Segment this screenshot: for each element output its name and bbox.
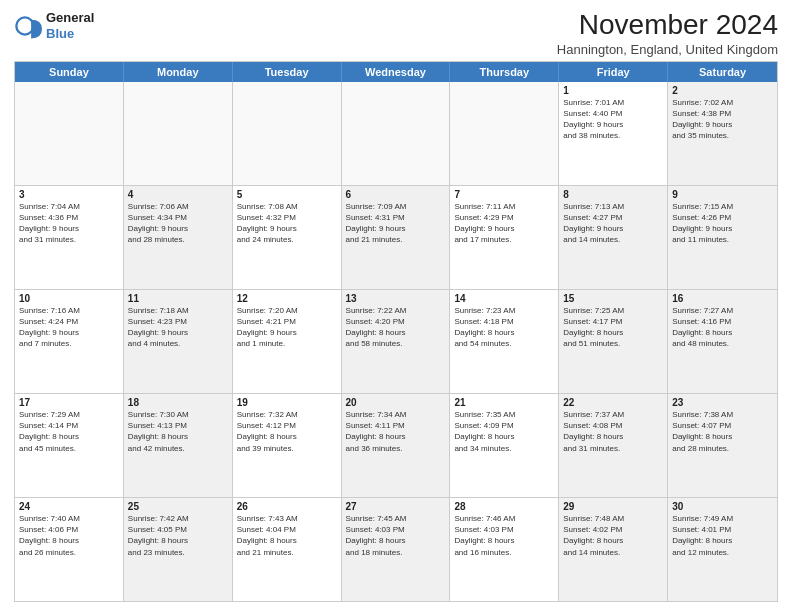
day-number-11: 11 bbox=[128, 293, 228, 304]
day-number-2: 2 bbox=[672, 85, 773, 96]
day-cell-25: 25Sunrise: 7:42 AM Sunset: 4:05 PM Dayli… bbox=[124, 498, 233, 601]
day-number-24: 24 bbox=[19, 501, 119, 512]
day-number-21: 21 bbox=[454, 397, 554, 408]
day-number-22: 22 bbox=[563, 397, 663, 408]
day-cell-20: 20Sunrise: 7:34 AM Sunset: 4:11 PM Dayli… bbox=[342, 394, 451, 497]
month-title: November 2024 bbox=[557, 10, 778, 41]
day-number-10: 10 bbox=[19, 293, 119, 304]
header-day-tuesday: Tuesday bbox=[233, 62, 342, 82]
header-day-saturday: Saturday bbox=[668, 62, 777, 82]
day-cell-15: 15Sunrise: 7:25 AM Sunset: 4:17 PM Dayli… bbox=[559, 290, 668, 393]
day-cell-14: 14Sunrise: 7:23 AM Sunset: 4:18 PM Dayli… bbox=[450, 290, 559, 393]
day-info-23: Sunrise: 7:38 AM Sunset: 4:07 PM Dayligh… bbox=[672, 409, 773, 454]
day-number-12: 12 bbox=[237, 293, 337, 304]
day-info-21: Sunrise: 7:35 AM Sunset: 4:09 PM Dayligh… bbox=[454, 409, 554, 454]
day-cell-12: 12Sunrise: 7:20 AM Sunset: 4:21 PM Dayli… bbox=[233, 290, 342, 393]
day-info-12: Sunrise: 7:20 AM Sunset: 4:21 PM Dayligh… bbox=[237, 305, 337, 350]
day-cell-24: 24Sunrise: 7:40 AM Sunset: 4:06 PM Dayli… bbox=[15, 498, 124, 601]
day-info-30: Sunrise: 7:49 AM Sunset: 4:01 PM Dayligh… bbox=[672, 513, 773, 558]
day-number-28: 28 bbox=[454, 501, 554, 512]
day-cell-27: 27Sunrise: 7:45 AM Sunset: 4:03 PM Dayli… bbox=[342, 498, 451, 601]
day-info-13: Sunrise: 7:22 AM Sunset: 4:20 PM Dayligh… bbox=[346, 305, 446, 350]
day-cell-3: 3Sunrise: 7:04 AM Sunset: 4:36 PM Daylig… bbox=[15, 186, 124, 289]
empty-cell-0-4 bbox=[450, 82, 559, 185]
day-info-1: Sunrise: 7:01 AM Sunset: 4:40 PM Dayligh… bbox=[563, 97, 663, 142]
day-info-10: Sunrise: 7:16 AM Sunset: 4:24 PM Dayligh… bbox=[19, 305, 119, 350]
day-info-17: Sunrise: 7:29 AM Sunset: 4:14 PM Dayligh… bbox=[19, 409, 119, 454]
day-number-25: 25 bbox=[128, 501, 228, 512]
day-number-26: 26 bbox=[237, 501, 337, 512]
day-info-2: Sunrise: 7:02 AM Sunset: 4:38 PM Dayligh… bbox=[672, 97, 773, 142]
day-number-14: 14 bbox=[454, 293, 554, 304]
day-number-30: 30 bbox=[672, 501, 773, 512]
page: General Blue November 2024 Hannington, E… bbox=[0, 0, 792, 612]
day-info-9: Sunrise: 7:15 AM Sunset: 4:26 PM Dayligh… bbox=[672, 201, 773, 246]
day-info-27: Sunrise: 7:45 AM Sunset: 4:03 PM Dayligh… bbox=[346, 513, 446, 558]
title-area: November 2024 Hannington, England, Unite… bbox=[557, 10, 778, 57]
day-info-29: Sunrise: 7:48 AM Sunset: 4:02 PM Dayligh… bbox=[563, 513, 663, 558]
day-cell-28: 28Sunrise: 7:46 AM Sunset: 4:03 PM Dayli… bbox=[450, 498, 559, 601]
day-info-14: Sunrise: 7:23 AM Sunset: 4:18 PM Dayligh… bbox=[454, 305, 554, 350]
empty-cell-0-0 bbox=[15, 82, 124, 185]
day-cell-8: 8Sunrise: 7:13 AM Sunset: 4:27 PM Daylig… bbox=[559, 186, 668, 289]
day-cell-17: 17Sunrise: 7:29 AM Sunset: 4:14 PM Dayli… bbox=[15, 394, 124, 497]
day-info-16: Sunrise: 7:27 AM Sunset: 4:16 PM Dayligh… bbox=[672, 305, 773, 350]
calendar-row-4: 17Sunrise: 7:29 AM Sunset: 4:14 PM Dayli… bbox=[15, 393, 777, 497]
day-number-15: 15 bbox=[563, 293, 663, 304]
day-cell-9: 9Sunrise: 7:15 AM Sunset: 4:26 PM Daylig… bbox=[668, 186, 777, 289]
calendar-row-3: 10Sunrise: 7:16 AM Sunset: 4:24 PM Dayli… bbox=[15, 289, 777, 393]
day-info-6: Sunrise: 7:09 AM Sunset: 4:31 PM Dayligh… bbox=[346, 201, 446, 246]
day-number-18: 18 bbox=[128, 397, 228, 408]
day-number-20: 20 bbox=[346, 397, 446, 408]
day-cell-21: 21Sunrise: 7:35 AM Sunset: 4:09 PM Dayli… bbox=[450, 394, 559, 497]
day-cell-18: 18Sunrise: 7:30 AM Sunset: 4:13 PM Dayli… bbox=[124, 394, 233, 497]
day-cell-16: 16Sunrise: 7:27 AM Sunset: 4:16 PM Dayli… bbox=[668, 290, 777, 393]
empty-cell-0-2 bbox=[233, 82, 342, 185]
header-day-thursday: Thursday bbox=[450, 62, 559, 82]
day-info-25: Sunrise: 7:42 AM Sunset: 4:05 PM Dayligh… bbox=[128, 513, 228, 558]
day-cell-10: 10Sunrise: 7:16 AM Sunset: 4:24 PM Dayli… bbox=[15, 290, 124, 393]
day-cell-6: 6Sunrise: 7:09 AM Sunset: 4:31 PM Daylig… bbox=[342, 186, 451, 289]
day-cell-7: 7Sunrise: 7:11 AM Sunset: 4:29 PM Daylig… bbox=[450, 186, 559, 289]
calendar-header: SundayMondayTuesdayWednesdayThursdayFrid… bbox=[15, 62, 777, 82]
day-number-1: 1 bbox=[563, 85, 663, 96]
day-info-24: Sunrise: 7:40 AM Sunset: 4:06 PM Dayligh… bbox=[19, 513, 119, 558]
day-cell-23: 23Sunrise: 7:38 AM Sunset: 4:07 PM Dayli… bbox=[668, 394, 777, 497]
day-info-4: Sunrise: 7:06 AM Sunset: 4:34 PM Dayligh… bbox=[128, 201, 228, 246]
day-info-19: Sunrise: 7:32 AM Sunset: 4:12 PM Dayligh… bbox=[237, 409, 337, 454]
day-cell-13: 13Sunrise: 7:22 AM Sunset: 4:20 PM Dayli… bbox=[342, 290, 451, 393]
day-cell-2: 2Sunrise: 7:02 AM Sunset: 4:38 PM Daylig… bbox=[668, 82, 777, 185]
day-info-7: Sunrise: 7:11 AM Sunset: 4:29 PM Dayligh… bbox=[454, 201, 554, 246]
day-number-13: 13 bbox=[346, 293, 446, 304]
calendar-row-1: 1Sunrise: 7:01 AM Sunset: 4:40 PM Daylig… bbox=[15, 82, 777, 185]
day-number-27: 27 bbox=[346, 501, 446, 512]
day-info-22: Sunrise: 7:37 AM Sunset: 4:08 PM Dayligh… bbox=[563, 409, 663, 454]
day-info-5: Sunrise: 7:08 AM Sunset: 4:32 PM Dayligh… bbox=[237, 201, 337, 246]
day-number-17: 17 bbox=[19, 397, 119, 408]
day-cell-22: 22Sunrise: 7:37 AM Sunset: 4:08 PM Dayli… bbox=[559, 394, 668, 497]
empty-cell-0-3 bbox=[342, 82, 451, 185]
day-number-7: 7 bbox=[454, 189, 554, 200]
day-number-6: 6 bbox=[346, 189, 446, 200]
header: General Blue November 2024 Hannington, E… bbox=[14, 10, 778, 57]
day-cell-26: 26Sunrise: 7:43 AM Sunset: 4:04 PM Dayli… bbox=[233, 498, 342, 601]
calendar-row-5: 24Sunrise: 7:40 AM Sunset: 4:06 PM Dayli… bbox=[15, 497, 777, 601]
day-cell-19: 19Sunrise: 7:32 AM Sunset: 4:12 PM Dayli… bbox=[233, 394, 342, 497]
day-info-11: Sunrise: 7:18 AM Sunset: 4:23 PM Dayligh… bbox=[128, 305, 228, 350]
svg-point-0 bbox=[16, 17, 33, 34]
header-day-monday: Monday bbox=[124, 62, 233, 82]
day-info-8: Sunrise: 7:13 AM Sunset: 4:27 PM Dayligh… bbox=[563, 201, 663, 246]
day-number-4: 4 bbox=[128, 189, 228, 200]
calendar: SundayMondayTuesdayWednesdayThursdayFrid… bbox=[14, 61, 778, 602]
day-info-28: Sunrise: 7:46 AM Sunset: 4:03 PM Dayligh… bbox=[454, 513, 554, 558]
day-number-9: 9 bbox=[672, 189, 773, 200]
day-info-3: Sunrise: 7:04 AM Sunset: 4:36 PM Dayligh… bbox=[19, 201, 119, 246]
logo-text: General Blue bbox=[46, 10, 94, 41]
day-cell-5: 5Sunrise: 7:08 AM Sunset: 4:32 PM Daylig… bbox=[233, 186, 342, 289]
day-number-19: 19 bbox=[237, 397, 337, 408]
day-cell-30: 30Sunrise: 7:49 AM Sunset: 4:01 PM Dayli… bbox=[668, 498, 777, 601]
day-number-8: 8 bbox=[563, 189, 663, 200]
day-info-15: Sunrise: 7:25 AM Sunset: 4:17 PM Dayligh… bbox=[563, 305, 663, 350]
day-info-26: Sunrise: 7:43 AM Sunset: 4:04 PM Dayligh… bbox=[237, 513, 337, 558]
logo: General Blue bbox=[14, 10, 94, 41]
